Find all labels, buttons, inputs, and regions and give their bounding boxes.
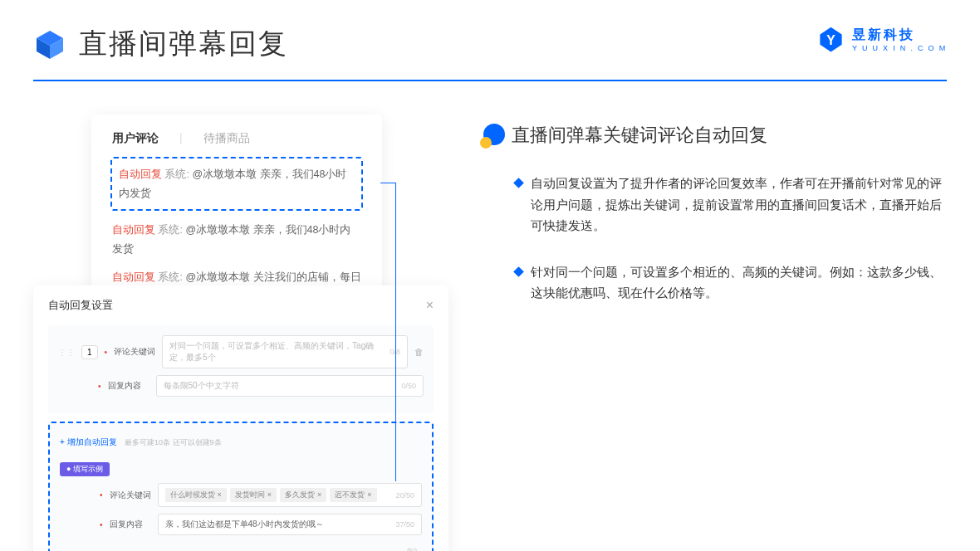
tag-item[interactable]: 迟不发货× xyxy=(330,488,376,502)
tab-divider: | xyxy=(179,131,183,146)
floor-counter: /50 xyxy=(406,547,417,551)
chat-bubble-icon xyxy=(482,124,505,147)
system-label: 系统: xyxy=(155,271,185,283)
settings-modal: 自动回复设置 × ⋮⋮ 1 • 评论关键词 对同一个问题，可设置多个相近、高频的… xyxy=(33,285,448,551)
required-dot-icon: • xyxy=(100,520,103,529)
logo-cn: 昱新科技 xyxy=(852,27,947,44)
svg-text:Y: Y xyxy=(826,33,835,47)
auto-reply-tag: 自动回复 xyxy=(112,224,155,236)
required-dot-icon: • xyxy=(98,382,101,391)
brand-logo: Y 昱新科技 Y U U X I N . C O M xyxy=(816,25,947,54)
tag-item[interactable]: 发货时间× xyxy=(230,488,277,502)
page-title: 直播间弹幕回复 xyxy=(79,25,288,63)
add-auto-reply-link[interactable]: + 增加自动回复 xyxy=(60,436,117,448)
form-block: ⋮⋮ 1 • 评论关键词 对同一个问题，可设置多个相近、高频的关键词，Tag确定… xyxy=(48,325,434,413)
tag-item[interactable]: 多久发货× xyxy=(280,488,326,502)
reply-label: 回复内容 xyxy=(108,380,149,392)
char-counter: 37/50 xyxy=(395,520,414,529)
keyword-input[interactable]: 对同一个问题，可设置多个相近、高频的关键词，Tag确定，最多5个 0/8 xyxy=(162,335,408,368)
comment-row: 自动回复 系统: @冰墩墩本墩 亲亲，我们48小时内发货 xyxy=(112,216,361,263)
auto-reply-tag: 自动回复 xyxy=(119,168,162,180)
bullet-text: 自动回复设置为了提升作者的评论回复效率，作者可在开播前针对常见的评论用户问题，提… xyxy=(531,173,947,236)
reply-input[interactable]: 每条限50个中文字符 0/50 xyxy=(156,375,424,397)
limit-hint: 最多可建10条 还可以创建9条 xyxy=(125,438,222,446)
comment-row-highlighted: 自动回复 系统: @冰墩墩本墩 亲亲，我们48小时内发货 xyxy=(110,157,363,211)
tab-user-comments[interactable]: 用户评论 xyxy=(112,131,159,146)
placeholder-text: 对同一个问题，可设置多个相近、高频的关键词，Tag确定，最多5个 xyxy=(169,340,390,363)
char-counter: 0/50 xyxy=(401,382,416,390)
delete-icon[interactable]: 🗑 xyxy=(414,347,424,357)
section-heading: 直播间弹幕关键词评论自动回复 xyxy=(482,123,947,148)
keyword-tags-input[interactable]: 什么时候发货× 发货时间× 多久发货× 迟不发货× 20/50 xyxy=(158,483,422,507)
bullet-text: 针对同一个问题，可设置多个相近的、高频的关键词。例如：这款多少钱、这块能优惠吗、… xyxy=(531,261,947,304)
tag-item[interactable]: 什么时候发货× xyxy=(165,488,227,502)
auto-reply-tag: 自动回复 xyxy=(112,271,155,283)
system-label: 系统: xyxy=(155,224,185,236)
keyword-label: 评论关键词 xyxy=(114,346,155,358)
reply-label: 回复内容 xyxy=(110,519,151,530)
connector-line xyxy=(395,183,396,481)
diamond-icon xyxy=(513,178,524,188)
system-label: 系统: xyxy=(162,168,192,180)
close-icon[interactable]: × xyxy=(426,298,434,313)
required-dot-icon: • xyxy=(100,490,103,500)
char-counter: 20/50 xyxy=(395,491,414,500)
connector-line xyxy=(380,183,395,183)
keyword-label: 评论关键词 xyxy=(110,490,151,501)
index-badge: 1 xyxy=(81,345,98,359)
diamond-icon xyxy=(513,266,524,277)
example-block: + 增加自动回复 最多可建10条 还可以创建9条 ● 填写示例 • 评论关键词 … xyxy=(48,422,434,551)
input-value: 亲，我们这边都是下单48小时内发货的哦～ xyxy=(165,519,324,530)
drag-handle-icon[interactable]: ⋮⋮ xyxy=(58,348,75,357)
bullet-item: 针对同一个问题，可设置多个相近的、高频的关键词。例如：这款多少钱、这块能优惠吗、… xyxy=(515,261,947,304)
modal-title: 自动回复设置 xyxy=(48,298,113,313)
tab-pending-goods[interactable]: 待播商品 xyxy=(203,131,250,146)
logo-mark-icon: Y xyxy=(816,25,845,54)
reply-input-filled[interactable]: 亲，我们这边都是下单48小时内发货的哦～ 37/50 xyxy=(158,514,422,535)
example-badge: ● 填写示例 xyxy=(60,462,110,476)
bullet-item: 自动回复设置为了提升作者的评论回复效率，作者可在开播前针对常见的评论用户问题，提… xyxy=(515,173,947,236)
placeholder-text: 每条限50个中文字符 xyxy=(164,380,239,392)
logo-en: Y U U X I N . C O M xyxy=(852,44,947,52)
cube-icon xyxy=(33,27,66,61)
required-dot-icon: • xyxy=(105,348,108,357)
